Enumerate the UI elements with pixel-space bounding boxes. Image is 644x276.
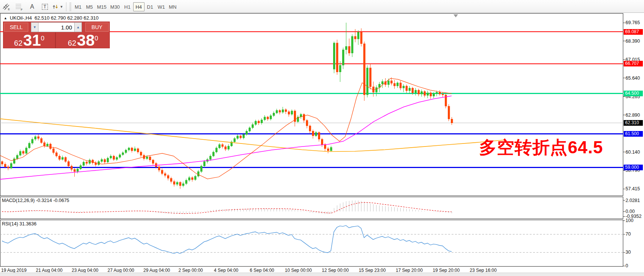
candle-body [52,149,54,153]
candle-body [37,137,39,139]
ma-mid-line [0,96,452,179]
sell-price[interactable]: 62 31 0 [3,32,56,48]
candle-body [312,131,314,136]
candle-body [107,158,109,162]
candle-body [270,116,272,119]
candle-body [378,84,380,88]
candle-body [387,81,389,85]
candle-body [194,176,196,180]
candle-body [74,170,75,171]
collapse-panel-icon[interactable]: ▲ [4,16,7,20]
date-axis-label: 6 Sep 04:00 [250,268,274,273]
candle-body [439,92,441,94]
date-axis-label: 19 Aug 2019 [1,268,26,273]
candle-body [110,156,112,158]
candle-body [321,139,323,145]
candle-body [397,83,398,86]
candle-body [427,93,429,96]
candle-body [327,149,329,151]
candle-body [46,144,48,146]
candle-body [436,92,438,94]
candle-body [285,109,287,111]
candle-body [77,169,78,171]
candle-body [16,155,18,159]
candle-body [218,145,220,148]
candle-body [71,166,72,170]
candle-body [25,148,27,153]
candle-body [68,162,69,166]
candle-body [101,159,103,161]
candle-body [442,94,444,95]
price-axis-label: 69.765 [626,20,640,25]
date-axis-label: 27 Aug 00:00 [108,268,134,273]
symbol-header[interactable]: ▲ UKOil-,H4 62.510 62.790 62.280 62.310 [4,15,98,21]
candle-body [191,177,193,179]
macd-axis-label: 2.0281 [626,198,640,203]
date-axis-label: 19 Sep 20:00 [433,268,460,273]
candle-body [354,36,356,39]
sell-price-sup: 0 [41,35,44,42]
date-axis-label: 10 Sep 00:00 [285,268,312,273]
candle-body [227,146,229,150]
candle-body [221,145,223,146]
candle-body [237,136,238,139]
candle-body [324,145,326,149]
candle-body [430,93,432,96]
buy-price-big: 38 [77,34,95,47]
candle-body [393,83,395,86]
candle-body [170,178,172,182]
buy-price[interactable]: 62 38 0 [57,32,109,48]
candle-body [7,167,9,168]
candle-body [212,152,214,156]
candle-body [369,68,371,87]
candle-body [19,151,21,156]
candle-body [318,133,320,139]
candle-body [55,153,57,156]
rsi-line [2,225,452,253]
candle-body [80,165,81,169]
price-badge-64.500: 64.500 [624,91,643,96]
candle-body [113,156,115,159]
volume-input[interactable] [38,22,74,32]
candle-body [282,109,284,112]
one-click-trade-panel: SELL ▼ ▲ BUY 62 31 0 62 38 0 [3,22,110,48]
candle-body [351,36,353,53]
candle-body [152,160,154,163]
candle-body [309,126,311,131]
candle-body [433,94,435,96]
candle-body [258,121,260,123]
volume-down-button[interactable]: ▼ [31,22,38,32]
candle-body [357,32,359,39]
candle-body [122,153,124,154]
candle-body [49,144,51,148]
symbol-ohlc: 62.510 62.790 62.280 62.310 [34,15,98,21]
volume-up-button[interactable]: ▲ [74,22,82,32]
candle-body [303,114,305,120]
candle-body [339,65,341,72]
rsi-axis-label: 100 [626,218,633,223]
sell-button[interactable]: SELL [4,23,28,32]
trade-panel-top-row: SELL ▼ ▲ BUY [3,22,109,32]
candle-body [164,174,166,176]
candle-body [273,113,275,116]
candle-body [276,110,278,113]
date-axis-label: 4 Sep 04:00 [214,268,238,273]
candle-body [360,32,362,43]
candle-body [240,136,241,138]
candle-body [40,139,42,143]
candle-body [224,146,226,149]
price-badge-61.500: 61.500 [624,131,643,137]
price-badge-66.707: 66.707 [624,61,643,66]
candle-body [86,162,88,163]
candle-body [330,147,332,151]
candle-body [249,128,251,131]
price-axis-label: 60.140 [626,150,640,155]
price-axis-label: 68.390 [626,39,640,44]
candle-body [31,139,33,143]
volume-stepper: ▼ ▲ [31,22,82,32]
buy-button[interactable]: BUY [85,23,109,32]
candle-body [409,88,410,91]
date-axis-label: 29 Aug 04:00 [143,268,170,273]
candle-body [200,166,202,171]
date-axis-label: 17 Sep 20:00 [396,268,423,273]
